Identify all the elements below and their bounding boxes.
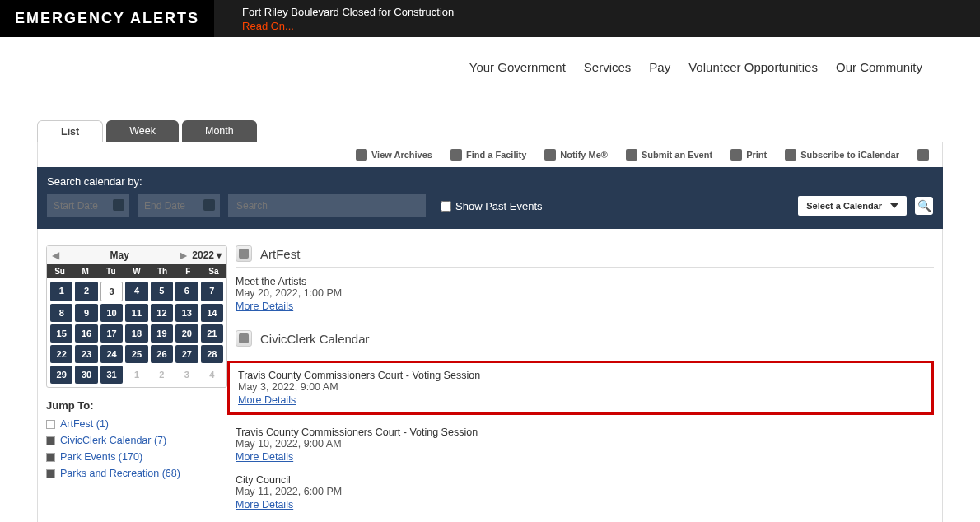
event-title[interactable]: Travis County Commissioners Court - Voti…	[236, 426, 934, 438]
calendar-day[interactable]: 14	[201, 304, 223, 322]
calendar-day[interactable]: 6	[175, 282, 198, 301]
nav-pay[interactable]: Pay	[649, 60, 670, 74]
dow-cell: M	[72, 264, 98, 278]
nav-services[interactable]: Services	[584, 60, 632, 74]
end-date-input[interactable]	[138, 194, 220, 217]
jump-item-label: Park Events (170)	[60, 451, 142, 463]
event-title[interactable]: City Council	[236, 474, 934, 486]
printer-icon	[730, 149, 742, 161]
calendar-day[interactable]: 5	[151, 282, 173, 301]
rss-icon[interactable]	[917, 149, 929, 161]
tab-week[interactable]: Week	[106, 120, 179, 142]
alert-message-text: Fort Riley Boulevard Closed for Construc…	[242, 6, 454, 18]
calendar-day[interactable]: 17	[100, 324, 123, 343]
calendar-day[interactable]: 4	[125, 282, 147, 301]
nav-our-community[interactable]: Our Community	[836, 60, 922, 74]
calendar-day[interactable]: 3	[100, 282, 123, 301]
view-archives-link[interactable]: View Archives	[356, 149, 432, 161]
calendar-day[interactable]: 19	[151, 324, 173, 343]
calendar-day[interactable]: 15	[50, 324, 72, 343]
nav-volunteer[interactable]: Volunteer Opportunities	[688, 60, 818, 74]
search-label: Search calendar by:	[47, 175, 933, 188]
calendar-day[interactable]: 13	[175, 304, 198, 322]
start-date-input[interactable]	[47, 194, 129, 217]
calendar-icon	[785, 149, 796, 161]
category-header: CivicClerk Calendar	[236, 330, 934, 352]
notify-me-link[interactable]: Notify Me®	[544, 149, 608, 161]
event-title[interactable]: Meet the Artists	[236, 276, 934, 287]
show-past-checkbox[interactable]	[441, 201, 451, 212]
category-title: CivicClerk Calendar	[260, 332, 370, 346]
year-dropdown[interactable]: 2022 ▾	[192, 249, 222, 261]
calendar-day[interactable]: 20	[175, 324, 198, 343]
calendar-day[interactable]: 24	[100, 345, 123, 363]
dow-cell: F	[175, 264, 201, 278]
jump-to-title: Jump To:	[46, 399, 227, 412]
event-item: City CouncilMay 11, 2022, 6:00 PMMore De…	[236, 474, 934, 510]
jump-checkbox-icon	[46, 453, 55, 462]
find-facility-link[interactable]: Find a Facility	[450, 149, 526, 161]
calendar-day[interactable]: 25	[125, 345, 147, 363]
select-calendar-dropdown[interactable]: Select a Calendar	[798, 196, 907, 216]
more-details-link[interactable]: More Details	[236, 301, 293, 312]
jump-to-item[interactable]: CivicClerk Calendar (7)	[46, 435, 227, 446]
calendar-day[interactable]: 23	[75, 345, 97, 363]
next-month-button[interactable]: ▶	[180, 249, 187, 261]
calendar-day[interactable]: 9	[75, 304, 97, 322]
more-details-link[interactable]: More Details	[236, 499, 293, 510]
calendar-day[interactable]: 12	[151, 304, 173, 322]
tab-month[interactable]: Month	[182, 120, 257, 142]
event-datetime: May 11, 2022, 6:00 PM	[236, 486, 934, 497]
calendar-day[interactable]: 26	[151, 345, 173, 363]
dow-cell: Tu	[98, 264, 124, 278]
event-list: ArtFestMeet the ArtistsMay 20, 2022, 1:0…	[227, 245, 934, 522]
search-panel: Search calendar by: Show Past Events Sel…	[37, 167, 943, 229]
subscribe-icalendar-link[interactable]: Subscribe to iCalendar	[785, 149, 899, 161]
dow-cell: Sa	[201, 264, 226, 278]
calendar-day[interactable]: 2	[75, 282, 97, 301]
emergency-alert-bar: EMERGENCY ALERTS Fort Riley Boulevard Cl…	[0, 0, 980, 37]
nav-your-government[interactable]: Your Government	[469, 60, 566, 74]
show-past-events-checkbox[interactable]: Show Past Events	[441, 200, 543, 212]
calendar-day[interactable]: 7	[201, 282, 223, 301]
jump-to-item[interactable]: Parks and Recreation (68)	[46, 468, 227, 479]
calendar-day[interactable]: 11	[125, 304, 147, 322]
jump-checkbox-icon	[46, 469, 55, 478]
calendar-day[interactable]: 31	[100, 366, 123, 384]
event-datetime: May 20, 2022, 1:00 PM	[236, 287, 934, 299]
calendar-day[interactable]: 29	[50, 366, 72, 384]
event-item: Meet the ArtistsMay 20, 2022, 1:00 PMMor…	[236, 276, 934, 312]
calendar-day-other-month: 3	[175, 366, 198, 384]
calendar-day[interactable]: 18	[125, 324, 147, 343]
calendar-day[interactable]: 1	[50, 282, 72, 301]
submit-event-link[interactable]: Submit an Event	[626, 149, 712, 161]
jump-to-item[interactable]: ArtFest (1)	[46, 418, 227, 430]
jump-item-label: ArtFest (1)	[60, 418, 109, 430]
calendar-day[interactable]: 22	[50, 345, 72, 363]
building-icon	[450, 149, 462, 161]
print-link[interactable]: Print	[730, 149, 767, 161]
calendar-day[interactable]: 10	[100, 304, 123, 322]
more-details-link[interactable]: More Details	[236, 451, 293, 463]
calendar-plus-icon	[626, 149, 637, 161]
calendar-day[interactable]: 8	[50, 304, 72, 322]
jump-to-item[interactable]: Park Events (170)	[46, 451, 227, 463]
tab-list[interactable]: List	[37, 120, 103, 142]
search-input[interactable]	[228, 194, 426, 217]
calendar-day[interactable]: 27	[175, 345, 198, 363]
calendar-day[interactable]: 28	[201, 345, 223, 363]
prev-month-button[interactable]: ◀	[52, 249, 59, 261]
calendar-day[interactable]: 21	[201, 324, 223, 343]
calendar-day[interactable]: 16	[75, 324, 97, 343]
top-navigation: Your Government Services Pay Volunteer O…	[0, 37, 980, 91]
alert-read-on-link[interactable]: Read On...	[242, 20, 454, 32]
category-block: ArtFestMeet the ArtistsMay 20, 2022, 1:0…	[236, 245, 934, 312]
dow-cell: Th	[150, 264, 175, 278]
search-button[interactable]	[915, 197, 933, 215]
archive-icon	[356, 149, 367, 161]
mini-calendar: ◀ May ▶ 2022 ▾ SuMTuWThFSa 1234567891011…	[46, 245, 227, 388]
calendar-day-other-month: 2	[151, 366, 173, 384]
more-details-link[interactable]: More Details	[238, 394, 296, 406]
event-title[interactable]: Travis County Commissioners Court - Voti…	[238, 370, 923, 381]
calendar-day[interactable]: 30	[75, 366, 97, 384]
